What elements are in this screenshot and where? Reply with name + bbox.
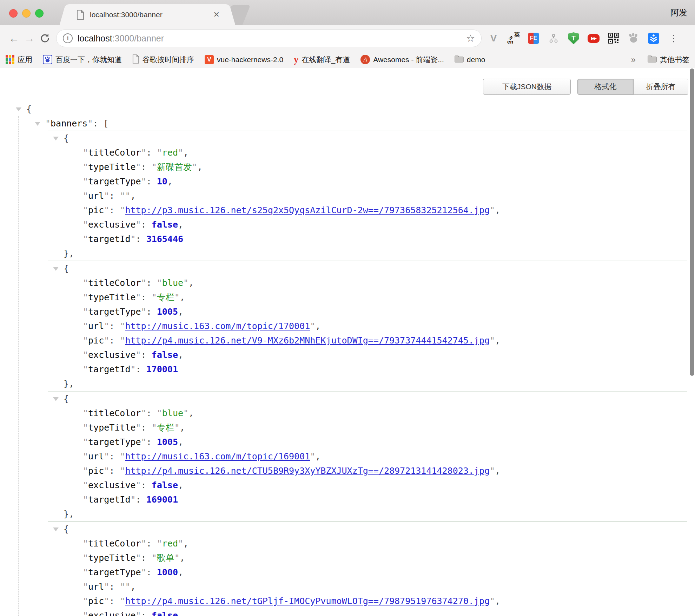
reload-button[interactable] [37,31,53,46]
json-key: url [88,451,104,461]
json-key: targetType [88,307,141,317]
json-property-row: "targetId": 169001 [83,492,687,507]
browser-tab[interactable]: localhost:3000/banner ✕ [69,4,226,25]
collapse-triangle-icon[interactable] [53,397,59,401]
json-key: url [88,582,104,592]
json-key: pic [88,596,104,606]
json-literal-value: 10 [157,176,167,186]
json-literal-value: 1005 [157,307,178,317]
traffic-lights [9,9,44,18]
zoom-window-button[interactable] [35,9,44,18]
json-key: typeTitle [88,162,135,172]
collapse-triangle-icon[interactable] [16,107,21,111]
forward-button[interactable]: → [22,31,37,46]
banner-item-2: {"titleColor": "blue","typeTitle": "专栏",… [48,391,687,522]
folder-icon [455,55,464,64]
collapse-all-button[interactable]: 折叠所有 [634,79,688,95]
json-key: titleColor [88,278,141,288]
address-bar[interactable]: i localhost:3000/banner ☆ [56,30,482,47]
object-open-row: { [48,131,687,145]
info-icon[interactable]: i [63,33,73,43]
format-button[interactable]: 格式化 [577,79,634,95]
json-property-row: "exclusive": false, [83,478,687,492]
json-key: pic [88,335,104,346]
bookmark-youdao[interactable]: y 在线翻译_有道 [294,54,350,65]
json-string-value: red [162,148,178,158]
json-literal-value: 170001 [146,364,178,374]
banner-item-0: {"titleColor": "red","typeTitle": "新碟首发"… [48,131,687,261]
bookmark-baidu[interactable]: 百度一下，你就知道 [43,55,122,65]
pic-link[interactable]: http://p4.music.126.net/CTU5B9R9y3XyYBZX… [125,466,490,476]
json-literal-value: false [152,480,178,490]
json-property-row: "targetType": 1005, [83,304,687,319]
bookmark-demo[interactable]: demo [455,55,485,64]
json-literal-value: 169001 [146,494,178,505]
json-key: targetId [88,494,130,505]
json-property-row: "pic": "http://p3.music.126.net/s25q2x5Q… [83,203,687,217]
bookmark-vue-hackernews[interactable]: V vue-hackernews-2.0 [205,55,283,64]
url-text[interactable]: localhost:3000/banner [78,33,463,44]
json-property-row: "targetType": 1005, [83,435,687,449]
translate-icon[interactable]: ⇄ en 英 [507,32,520,45]
json-property-row: "url": "", [83,189,687,203]
paw-icon[interactable] [627,32,640,45]
json-string-value: 歌单 [157,553,174,563]
bookmarks-overflow-chevron[interactable]: » [631,55,636,65]
banner-item-1: {"titleColor": "blue","typeTitle": "专栏",… [48,261,687,391]
json-property-row: "url": "", [83,579,687,594]
collapse-triangle-icon[interactable] [53,527,59,531]
bookmark-awesomes[interactable]: A Awesomes - 前端资... [360,55,444,65]
bookmark-apps[interactable]: 应用 [6,55,32,65]
fast-forward-icon[interactable]: ▶▶ [587,32,600,45]
json-root-open-row: { [16,102,687,116]
other-bookmarks[interactable]: 其他书签 [648,55,689,65]
title-bar: localhost:3000/banner ✕ 阿发 [0,0,695,25]
vertical-scrollbar[interactable] [690,68,694,376]
profile-name[interactable]: 阿发 [670,7,687,18]
json-literal-value: false [152,219,178,230]
bookmark-google-sort[interactable]: 谷歌按时间排序 [132,54,194,65]
fe-extension-icon[interactable]: FE [527,32,540,45]
url-link[interactable]: http://music.163.com/m/topic/169001 [125,451,310,461]
json-literal-value: false [152,610,178,616]
url-link[interactable]: http://music.163.com/m/topic/170001 [125,321,310,331]
banner-item-3: {"titleColor": "red","typeTitle": "歌单","… [48,522,687,616]
json-key: exclusive [88,610,135,616]
json-key: typeTitle [88,553,135,563]
json-key: targetType [88,176,141,186]
collapse-triangle-icon[interactable] [53,137,59,140]
browser-window: localhost:3000/banner ✕ 阿发 ← → i localho… [0,0,695,616]
juejin-icon[interactable] [647,32,660,45]
browser-toolbar: ← → i localhost:3000/banner ☆ V ⇄ en 英 F… [0,25,695,51]
vue-devtools-icon[interactable]: V [487,32,500,45]
pic-link[interactable]: http://p4.music.126.net/tGPljf-IMOCyPvum… [125,596,490,606]
tab-close-icon[interactable]: ✕ [213,10,220,19]
sitemap-icon[interactable] [547,32,560,45]
json-string-value: 专栏 [157,292,174,302]
json-key: exclusive [88,350,135,360]
json-string-value: red [162,538,178,549]
json-property-row: "pic": "http://p4.music.126.net/tGPljf-I… [83,594,687,608]
awesomes-icon: A [360,55,370,64]
minimize-window-button[interactable] [22,9,31,18]
pic-link[interactable]: http://p3.music.126.net/s25q2x5QyqsAzilC… [125,205,490,215]
json-key: url [88,321,104,331]
bookmark-star-icon[interactable]: ☆ [466,33,475,44]
bookmarks-bar: 应用 百度一下，你就知道 谷歌按时间排序 V vue-hackernews-2.… [0,51,695,68]
download-json-button[interactable]: 下载JSON数据 [483,79,571,95]
json-property-row: "exclusive": false [83,608,687,616]
collapse-triangle-icon[interactable] [35,122,40,126]
json-property-row: "targetId": 170001 [83,362,687,376]
close-window-button[interactable] [9,9,18,18]
json-key: exclusive [88,480,135,490]
back-button[interactable]: ← [6,31,22,46]
json-property-row: "exclusive": false, [83,348,687,362]
json-property-row: "targetType": 1000, [83,565,687,579]
pic-link[interactable]: http://p4.music.126.net/V9-MXz6b2MNhEKju… [125,335,490,346]
qr-code-icon[interactable] [607,32,620,45]
menu-icon[interactable]: ⋮ [667,32,680,45]
json-property-row: "typeTitle": "歌单", [83,551,687,565]
json-property-row: "url": "http://music.163.com/m/topic/170… [83,319,687,333]
tampermonkey-icon[interactable]: T [567,32,580,45]
collapse-triangle-icon[interactable] [53,267,59,271]
